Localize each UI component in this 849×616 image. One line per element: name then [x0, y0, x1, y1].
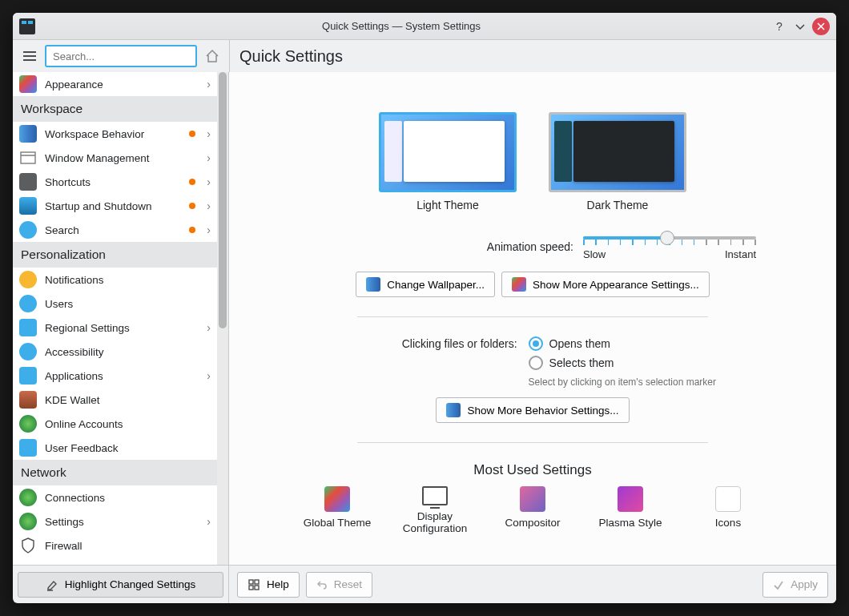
appearance-icon [512, 277, 526, 292]
animation-speed-label: Animation speed: [487, 240, 573, 253]
feedback-icon [19, 439, 37, 457]
display-icon [422, 486, 448, 505]
more-appearance-button[interactable]: Show More Appearance Settings... [501, 272, 710, 297]
sidebar-item-connections[interactable]: Connections [13, 485, 217, 509]
most-used-compositor[interactable]: Compositor [494, 486, 571, 534]
sidebar-item-user-feedback[interactable]: User Feedback [13, 436, 217, 460]
window-title: Quick Settings — System Settings [35, 20, 767, 32]
click-behavior: Clicking files or folders: Opens them Se… [261, 336, 804, 388]
content: Light Theme Dark Theme Animation speed: [229, 72, 836, 565]
sidebar-item-window-management[interactable]: Window Management › [13, 146, 217, 170]
changed-dot-icon [189, 179, 195, 185]
chevron-right-icon: › [207, 223, 211, 236]
startup-icon [19, 197, 37, 215]
more-behavior-button[interactable]: Show More Behavior Settings... [436, 397, 629, 423]
sidebar-item-shortcuts[interactable]: Shortcuts › [13, 170, 217, 194]
workspace-behavior-icon [19, 125, 37, 143]
chevron-right-icon: › [207, 78, 211, 91]
changed-dot-icon [189, 131, 195, 137]
sidebar-item-accessibility[interactable]: Accessibility [13, 340, 217, 364]
chevron-right-icon: › [207, 369, 211, 382]
accessibility-icon [19, 343, 37, 360]
globe-icon [19, 513, 37, 530]
search-input[interactable] [45, 45, 197, 67]
help-footer-icon [247, 578, 260, 591]
sidebar-item-workspace-behavior[interactable]: Workspace Behavior › [13, 122, 217, 146]
wallpaper-icon [366, 277, 380, 292]
shield-icon [19, 537, 37, 554]
click-hint: Select by clicking on item's selection m… [529, 376, 716, 388]
shortcuts-icon [19, 173, 37, 191]
window: Quick Settings — System Settings ? Quick… [13, 13, 836, 603]
most-used-plasma-style[interactable]: Plasma Style [592, 486, 669, 534]
wallet-icon [19, 391, 37, 409]
close-icon[interactable] [812, 18, 830, 35]
marker-icon [46, 578, 58, 591]
applications-icon [19, 367, 37, 384]
sidebar-section-workspace: Workspace [13, 96, 217, 122]
change-wallpaper-button[interactable]: Change Wallpaper... [356, 272, 495, 297]
slow-label: Slow [583, 248, 606, 260]
app-icon [19, 18, 35, 34]
help-button[interactable]: Help [237, 572, 300, 598]
titlebar: Quick Settings — System Settings ? [13, 13, 836, 40]
theme-dark-thumb [549, 112, 686, 192]
sidebar: Appearance › Workspace Workspace Behavio… [13, 72, 229, 565]
users-icon [19, 295, 37, 312]
regional-icon [19, 319, 37, 336]
sidebar-item-search[interactable]: Search › [13, 218, 217, 242]
chevron-right-icon: › [207, 515, 211, 528]
most-used-global-theme[interactable]: Global Theme [299, 486, 376, 534]
svg-rect-5 [21, 152, 35, 163]
sidebar-section-personalization: Personalization [13, 242, 217, 268]
behavior-icon [446, 403, 461, 417]
svg-rect-9 [255, 580, 259, 584]
theme-dark[interactable]: Dark Theme [549, 112, 686, 211]
most-used-icons[interactable]: Icons [690, 486, 767, 534]
most-used-display[interactable]: Display Configuration [396, 486, 473, 534]
home-icon[interactable] [202, 46, 223, 66]
sidebar-item-appearance[interactable]: Appearance › [13, 72, 217, 96]
changed-dot-icon [189, 203, 195, 209]
svg-rect-11 [255, 586, 259, 590]
sidebar-item-net-settings[interactable]: Settings › [13, 509, 217, 533]
minimize-icon[interactable] [791, 18, 809, 35]
hamburger-icon[interactable] [19, 46, 40, 66]
changed-dot-icon [189, 227, 195, 233]
animation-speed: Animation speed: Slow Instant [261, 232, 804, 260]
sidebar-item-notifications[interactable]: Notifications [13, 268, 217, 292]
compositor-icon [520, 486, 545, 512]
check-icon [773, 579, 784, 590]
bell-icon [19, 271, 37, 288]
toolbar: Quick Settings [13, 40, 836, 72]
undo-icon [316, 579, 328, 590]
radio-opens-them[interactable]: Opens them [529, 336, 716, 351]
sidebar-item-applications[interactable]: Applications › [13, 364, 217, 388]
radio-selects-them[interactable]: Selects them [529, 356, 716, 370]
footer: Highlight Changed Settings Help Reset Ap… [13, 565, 836, 603]
icons-icon [715, 486, 741, 512]
sidebar-item-online-accounts[interactable]: Online Accounts [13, 412, 217, 436]
help-icon[interactable]: ? [771, 18, 788, 35]
globe-icon [19, 489, 37, 506]
most-used-heading: Most Used Settings [261, 462, 804, 478]
theme-light[interactable]: Light Theme [379, 112, 517, 211]
window-management-icon [19, 149, 37, 167]
search-sidebar-icon [19, 221, 37, 239]
theme-light-thumb [379, 112, 517, 192]
chevron-right-icon: › [207, 321, 211, 334]
globe-icon [19, 415, 37, 433]
sidebar-item-startup[interactable]: Startup and Shutdown › [13, 194, 217, 218]
highlight-changed-button[interactable]: Highlight Changed Settings [18, 572, 223, 598]
click-label: Clicking files or folders: [402, 336, 517, 388]
sidebar-item-kde-wallet[interactable]: KDE Wallet [13, 388, 217, 412]
scrollbar[interactable] [217, 72, 228, 565]
plasma-style-icon [618, 486, 643, 512]
sidebar-section-network: Network [13, 460, 217, 485]
sidebar-item-firewall[interactable]: Firewall [13, 533, 217, 558]
sidebar-item-users[interactable]: Users [13, 292, 217, 316]
body: Quick Settings Appearance › Workspace Wo… [13, 40, 836, 603]
animation-speed-slider[interactable] [583, 232, 756, 244]
sidebar-item-regional[interactable]: Regional Settings › [13, 316, 217, 340]
svg-rect-8 [249, 580, 253, 584]
